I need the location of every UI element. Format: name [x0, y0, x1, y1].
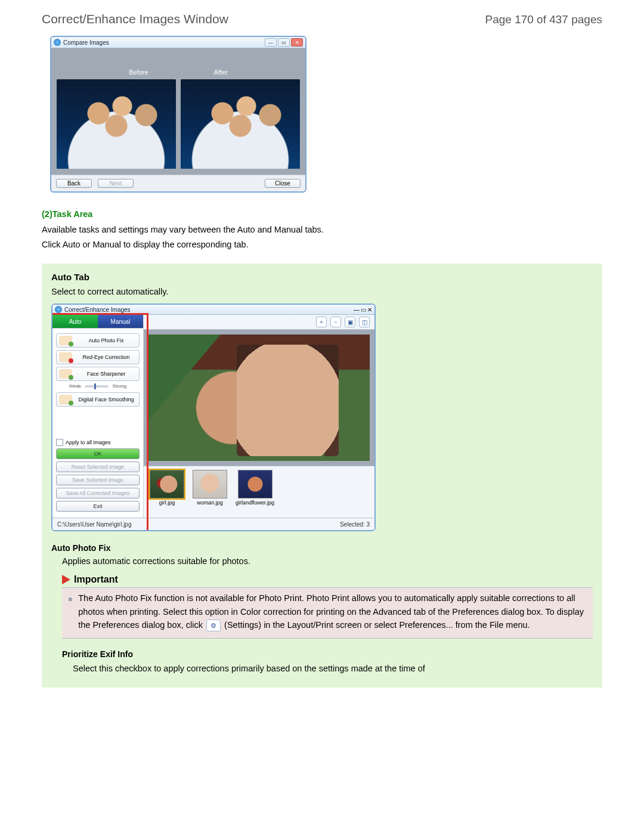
auto-tab-heading: Auto Tab — [51, 272, 593, 282]
zoom-in-icon[interactable]: ＋ — [316, 317, 327, 327]
compare-window-title: Compare Images — [63, 39, 265, 46]
thumbnail-girlandflower[interactable]: girlandflower.jpg — [236, 470, 274, 506]
thumbnail-girl[interactable]: girl.jpg — [150, 470, 184, 506]
task-area-p2: Click Auto or Manual to display the corr… — [42, 237, 602, 252]
red-eye-icon — [59, 352, 72, 362]
thumbnail-woman[interactable]: woman.jpg — [193, 470, 227, 506]
save-all-button[interactable]: Save All Corrected Images — [56, 488, 140, 498]
auto-photo-fix-heading: Auto Photo Fix — [51, 543, 593, 553]
close-window-button[interactable]: ✕ — [367, 306, 372, 313]
maximize-button[interactable]: ▭ — [361, 306, 366, 313]
flag-icon — [62, 575, 70, 584]
auto-photo-fix-option[interactable]: Auto Photo Fix — [56, 333, 140, 348]
close-window-button[interactable]: ✕ — [291, 38, 303, 47]
ok-button[interactable]: OK — [56, 448, 140, 459]
task-area-panel: Auto Manual Auto Photo Fix Red-Eye Corre… — [52, 315, 144, 518]
slider-weak-label: Weak — [69, 383, 81, 389]
face-sharpener-option[interactable]: Face Sharpener — [56, 367, 140, 381]
ce-window-title: Correct/Enhance Images — [64, 306, 354, 313]
auto-photo-fix-desc: Applies automatic corrections suitable f… — [62, 556, 593, 566]
compare-images-window: Compare Images — ▭ ✕ Before After Back N… — [50, 36, 306, 193]
after-label: After — [214, 69, 228, 76]
bullet-icon: ■ — [68, 594, 72, 631]
red-eye-label: Red-Eye Correction — [76, 354, 137, 360]
slider-strong-label: Strong — [113, 383, 127, 389]
apply-all-checkbox[interactable] — [56, 439, 63, 446]
face-smoothing-option[interactable]: Digital Face Smoothing — [56, 392, 140, 407]
selected-count: Selected: 3 — [340, 521, 370, 528]
thumbnail-label: woman.jpg — [197, 500, 223, 506]
important-text-2: (Settings) in the Layout/Print screen or… — [224, 620, 530, 630]
exit-button[interactable]: Exit — [56, 501, 140, 512]
page-title: Correct/Enhance Images Window — [42, 12, 228, 26]
thumbnail-label: girl.jpg — [159, 500, 175, 506]
app-logo-icon — [54, 39, 61, 46]
face-smoothing-label: Digital Face Smoothing — [76, 397, 137, 402]
red-eye-option[interactable]: Red-Eye Correction — [56, 350, 140, 364]
before-image — [57, 79, 176, 169]
task-area-p1: Available tasks and settings may vary be… — [42, 222, 602, 237]
face-sharpener-icon — [59, 369, 72, 379]
face-sharpener-label: Face Sharpener — [76, 371, 137, 377]
preview-image — [148, 335, 370, 461]
thumbnail-image — [150, 470, 184, 498]
tab-manual[interactable]: Manual — [98, 315, 143, 328]
before-label: Before — [129, 69, 148, 76]
minimize-button[interactable]: — — [354, 306, 360, 313]
compare-titlebar: Compare Images — ▭ ✕ — [51, 37, 305, 48]
prioritize-exif-desc: Select this checkbox to apply correction… — [73, 664, 593, 673]
auto-photo-fix-icon — [59, 336, 72, 345]
thumbnail-image — [193, 470, 227, 498]
app-logo-icon — [55, 306, 62, 313]
important-heading: Important — [74, 574, 118, 585]
minimize-button[interactable]: — — [265, 38, 277, 47]
tab-auto[interactable]: Auto — [52, 315, 98, 328]
after-image — [181, 79, 300, 169]
slider-track[interactable] — [85, 385, 109, 388]
strength-slider[interactable]: Weak Strong — [56, 383, 140, 389]
prioritize-exif-heading: Prioritize Exif Info — [62, 649, 593, 659]
page-number: Page 170 of 437 pages — [485, 13, 602, 26]
auto-photo-fix-label: Auto Photo Fix — [76, 337, 137, 343]
auto-tab-sub: Select to correct automatically. — [51, 287, 593, 296]
fit-screen-icon[interactable]: ▣ — [345, 317, 355, 327]
close-button[interactable]: Close — [265, 179, 301, 188]
thumbnail-label: girlandflower.jpg — [236, 500, 274, 506]
compare-icon[interactable]: ◫ — [359, 317, 370, 327]
next-button[interactable]: Next — [98, 179, 134, 188]
file-path: C:\Users\User Name\girl.jpg — [57, 521, 131, 528]
correct-enhance-window: Correct/Enhance Images — ▭ ✕ Auto Manual — [51, 304, 376, 531]
back-button[interactable]: Back — [56, 179, 92, 188]
thumbnail-image — [238, 470, 273, 498]
maximize-button[interactable]: ▭ — [278, 38, 290, 47]
face-smoothing-icon — [59, 395, 72, 404]
apply-all-label: Apply to all images — [66, 439, 111, 445]
save-selected-button[interactable]: Save Selected Image — [56, 475, 140, 485]
reset-selected-button[interactable]: Reset Selected Image — [56, 462, 140, 472]
important-text: The Auto Photo Fix function is not avail… — [78, 592, 587, 631]
task-area-heading: (2)Task Area — [42, 209, 602, 219]
important-box: ■ The Auto Photo Fix function is not ava… — [62, 587, 593, 638]
settings-icon: ⚙ — [206, 620, 221, 631]
zoom-out-icon[interactable]: － — [330, 317, 341, 327]
